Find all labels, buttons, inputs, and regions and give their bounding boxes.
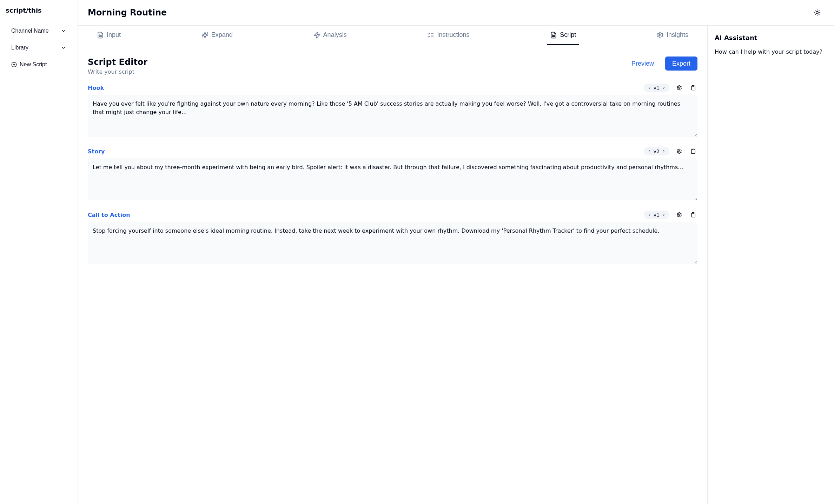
clipboard-icon: [690, 212, 696, 218]
tab-label: Instructions: [437, 31, 469, 39]
sidebar-item-label: Channel Name: [11, 28, 49, 34]
section-copy-button[interactable]: [689, 84, 697, 92]
section-textarea[interactable]: [88, 158, 697, 200]
sidebar: script/this Channel Name Library New Scr…: [0, 0, 78, 504]
version-switcher: v1: [644, 84, 669, 92]
chevron-left-icon: [647, 213, 651, 217]
tab-expand[interactable]: Expand: [199, 26, 236, 45]
preview-button[interactable]: Preview: [626, 57, 660, 71]
file-text-icon: [97, 32, 104, 39]
assistant-panel: AI Assistant How can I help with your sc…: [708, 26, 834, 504]
section-settings-button[interactable]: [675, 147, 683, 155]
theme-toggle-button[interactable]: [810, 6, 824, 20]
tab-insights[interactable]: Insights: [654, 26, 691, 45]
new-script-button[interactable]: New Script: [6, 58, 72, 72]
gear-icon: [676, 148, 682, 154]
version-label: v1: [654, 212, 660, 218]
tab-label: Analysis: [323, 31, 347, 39]
zap-icon: [313, 32, 320, 39]
version-next-button[interactable]: [661, 212, 667, 218]
version-switcher: v2: [644, 147, 669, 155]
chevron-right-icon: [662, 86, 666, 90]
version-prev-button[interactable]: [647, 148, 652, 154]
new-script-label: New Script: [20, 61, 47, 68]
svg-point-2: [659, 34, 661, 36]
sidebar-item-label: Library: [11, 45, 28, 51]
sidebar-item-library[interactable]: Library: [6, 41, 72, 55]
brand-logo[interactable]: script/this: [6, 6, 72, 15]
tab-instructions[interactable]: Instructions: [424, 26, 472, 45]
chevron-left-icon: [647, 149, 651, 153]
section: Hookv1: [88, 84, 697, 138]
svg-rect-8: [692, 212, 694, 213]
assistant-title: AI Assistant: [715, 34, 827, 41]
svg-point-5: [679, 151, 680, 152]
section-title: Hook: [88, 85, 104, 91]
section-tools: v1: [644, 211, 697, 219]
sidebar-nav: Channel Name Library New Script: [6, 24, 72, 72]
section-copy-button[interactable]: [689, 147, 697, 155]
section-header: Storyv2: [88, 147, 697, 155]
tab-analysis[interactable]: Analysis: [311, 26, 350, 45]
version-prev-button[interactable]: [647, 85, 652, 91]
file-text-icon: [550, 32, 557, 39]
svg-rect-6: [692, 149, 694, 150]
section-textarea[interactable]: [88, 222, 697, 264]
page-title: Morning Routine: [88, 7, 167, 18]
editor-heading: Script Editor: [88, 57, 147, 68]
section-header: Hookv1: [88, 84, 697, 92]
section: Call to Actionv1: [88, 211, 697, 265]
clipboard-icon: [690, 85, 696, 91]
export-button[interactable]: Export: [665, 57, 697, 71]
sections-container: Hookv1Storyv2Call to Actionv1: [88, 84, 697, 265]
tab-label: Input: [107, 31, 121, 39]
tab-script[interactable]: Script: [547, 26, 579, 45]
section: Storyv2: [88, 147, 697, 201]
section-tools: v1: [644, 84, 697, 92]
sun-icon: [814, 9, 821, 16]
topbar: Morning Routine: [78, 0, 834, 26]
settings-icon: [657, 32, 664, 39]
svg-point-3: [679, 87, 680, 88]
gear-icon: [676, 85, 682, 91]
plus-circle-icon: [11, 62, 17, 67]
chevron-left-icon: [647, 86, 651, 90]
tab-input[interactable]: Input: [94, 26, 124, 45]
chevron-right-icon: [662, 149, 666, 153]
sparkles-icon: [201, 32, 208, 39]
tabs: Input Expand Analysis: [78, 26, 707, 45]
assistant-message: How can I help with your script today?: [715, 48, 827, 55]
chevron-right-icon: [662, 213, 666, 217]
gear-icon: [676, 212, 682, 218]
chevron-down-icon: [61, 28, 66, 34]
svg-rect-4: [692, 85, 694, 86]
section-textarea[interactable]: [88, 95, 697, 137]
version-switcher: v1: [644, 211, 669, 219]
section-title: Story: [88, 148, 105, 155]
list-checks-icon: [427, 32, 434, 39]
section-copy-button[interactable]: [689, 211, 697, 219]
section-header: Call to Actionv1: [88, 211, 697, 219]
chevron-down-icon: [61, 45, 66, 51]
version-label: v1: [654, 85, 660, 91]
version-next-button[interactable]: [661, 85, 667, 91]
tab-label: Script: [560, 31, 576, 39]
section-settings-button[interactable]: [675, 211, 683, 219]
tab-label: Insights: [667, 31, 688, 39]
section-tools: v2: [644, 147, 697, 155]
sidebar-item-channel[interactable]: Channel Name: [6, 24, 72, 38]
svg-point-7: [679, 214, 680, 215]
section-settings-button[interactable]: [675, 84, 683, 92]
tab-label: Expand: [211, 31, 233, 39]
version-next-button[interactable]: [661, 148, 667, 154]
version-prev-button[interactable]: [647, 212, 652, 218]
editor-subheading: Write your script: [88, 68, 147, 75]
version-label: v2: [654, 148, 660, 154]
svg-point-1: [816, 12, 819, 14]
clipboard-icon: [690, 148, 696, 154]
section-title: Call to Action: [88, 212, 130, 218]
